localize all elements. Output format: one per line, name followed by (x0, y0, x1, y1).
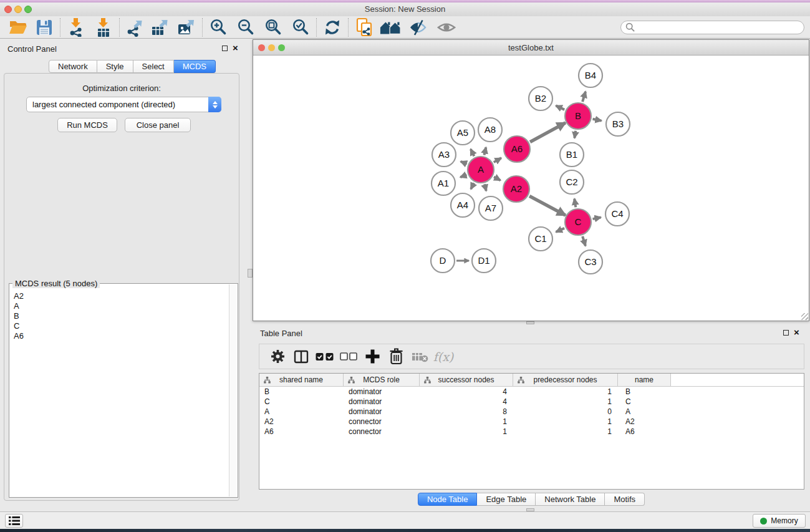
graph-edge-A-A5[interactable] (471, 149, 475, 156)
network-canvas[interactable]: B4B2BB3A5A8A6B1A3AA1C2A2A4A7C4CC1C3DD1 (253, 56, 809, 321)
import-table-button[interactable] (93, 17, 114, 37)
result-item[interactable]: A (14, 301, 229, 311)
open-session-button[interactable] (7, 17, 29, 37)
close-panel-button[interactable]: Close panel (125, 118, 191, 132)
graph-node-C4[interactable]: C4 (605, 202, 629, 226)
tab-motifs[interactable]: Motifs (605, 493, 645, 506)
graph-node-A6[interactable]: A6 (504, 136, 530, 162)
graph-node-A[interactable]: A (468, 157, 494, 183)
graph-edge-B-B3[interactable] (593, 119, 602, 121)
add-column-button[interactable] (360, 346, 384, 368)
graph-node-D1[interactable]: D1 (472, 249, 496, 273)
graph-node-A5[interactable]: A5 (451, 121, 475, 145)
criterion-dropdown[interactable]: largest connected component (directed) (26, 97, 221, 112)
column-header-successor-nodes[interactable]: successor nodes (420, 374, 513, 386)
graph-edge-A-A7[interactable] (485, 184, 486, 191)
graph-node-B[interactable]: B (565, 103, 591, 129)
deselect-all-button[interactable] (337, 346, 360, 368)
table-row[interactable]: Bdominator41B (259, 387, 804, 397)
graph-edge-A-A8[interactable] (484, 147, 486, 155)
table-row[interactable]: A2connector11A2 (259, 417, 804, 427)
graph-node-A3[interactable]: A3 (432, 143, 456, 167)
zoom-selected-button[interactable] (290, 17, 311, 37)
result-item[interactable]: A2 (14, 291, 229, 301)
graph-node-B2[interactable]: B2 (529, 87, 552, 110)
column-header-predecessor-nodes[interactable]: predecessor nodes (513, 374, 618, 386)
import-network-button[interactable] (65, 17, 87, 37)
graph-edge-A-A6[interactable] (494, 158, 501, 162)
tab-network-table[interactable]: Network Table (536, 493, 605, 506)
graph-edge-C-C3[interactable] (582, 236, 586, 246)
column-header-MCDS-role[interactable]: MCDS role (344, 374, 420, 386)
graph-node-A4[interactable]: A4 (451, 193, 475, 217)
tab-network[interactable]: Network (49, 60, 97, 73)
graph-node-B3[interactable]: B3 (606, 112, 630, 136)
graph-edge-A2-C[interactable] (529, 196, 566, 215)
graph-node-B4[interactable]: B4 (579, 64, 602, 87)
export-image-button[interactable] (176, 17, 197, 37)
graph-edge-B-B4[interactable] (582, 92, 586, 102)
graph-edge-A-A2[interactable] (494, 177, 500, 180)
table-settings-button[interactable] (266, 346, 289, 368)
zoom-in-button[interactable] (208, 17, 229, 37)
table-row[interactable]: Adominator80A (259, 407, 804, 417)
graph-edge-C-C2[interactable] (574, 199, 576, 208)
graph-node-C1[interactable]: C1 (529, 227, 552, 251)
close-panel-icon[interactable]: × (794, 329, 799, 336)
export-table-button[interactable] (150, 17, 171, 37)
duplicate-network-button[interactable] (354, 17, 375, 37)
close-panel-icon[interactable]: × (233, 45, 238, 51)
column-header-name[interactable]: name (618, 374, 671, 386)
minimize-window-button[interactable] (14, 6, 22, 13)
network-close-button[interactable] (258, 44, 265, 51)
zoom-window-button[interactable] (24, 6, 32, 13)
float-panel-icon[interactable] (783, 330, 789, 336)
show-panels-button[interactable] (436, 17, 457, 37)
graph-node-C3[interactable]: C3 (579, 250, 602, 274)
tab-node-table[interactable]: Node Table (418, 493, 478, 506)
graph-node-A7[interactable]: A7 (479, 196, 503, 220)
graph-node-C2[interactable]: C2 (560, 170, 584, 194)
float-panel-icon[interactable] (222, 46, 228, 51)
column-browser-button[interactable] (289, 346, 313, 368)
hide-panels-button[interactable] (407, 17, 428, 37)
open-recent-home-button[interactable] (380, 17, 401, 37)
task-history-button[interactable] (5, 514, 23, 528)
delete-table-button[interactable] (408, 346, 432, 368)
table-row[interactable]: Cdominator41C (259, 397, 804, 407)
search-input[interactable] (620, 21, 804, 34)
graph-node-C[interactable]: C (565, 209, 591, 235)
graph-node-D[interactable]: D (431, 249, 455, 273)
column-header-shared-name[interactable]: shared name (259, 374, 344, 386)
graph-edge-A-A3[interactable] (461, 162, 467, 164)
graph-node-B1[interactable]: B1 (560, 143, 584, 167)
graph-node-A1[interactable]: A1 (432, 172, 455, 195)
zoom-out-button[interactable] (235, 17, 256, 37)
select-all-button[interactable] (313, 346, 337, 368)
memory-button[interactable]: Memory (753, 514, 806, 528)
graph-edge-A-A4[interactable] (471, 183, 474, 189)
graph-node-A2[interactable]: A2 (503, 176, 529, 202)
graph-edge-C-C1[interactable] (556, 228, 564, 232)
result-item[interactable]: C (14, 321, 229, 331)
apply-function-button[interactable]: f(x) (432, 346, 455, 368)
graph-edge-B-B2[interactable] (556, 105, 564, 109)
result-item[interactable]: B (14, 311, 229, 321)
tab-style[interactable]: Style (97, 60, 133, 73)
close-window-button[interactable] (4, 6, 12, 13)
tab-select[interactable]: Select (133, 60, 174, 73)
tab-mcds[interactable]: MCDS (174, 60, 216, 73)
table-row[interactable]: A6connector11A6 (259, 427, 804, 437)
network-minimize-button[interactable] (268, 44, 275, 51)
graph-edge-C-C4[interactable] (593, 217, 601, 219)
result-list-scrollbar[interactable] (229, 284, 237, 496)
graph-edge-B-B1[interactable] (574, 131, 576, 138)
graph-node-A8[interactable]: A8 (478, 118, 502, 142)
refresh-button[interactable] (322, 17, 343, 37)
result-item[interactable]: A6 (14, 331, 229, 341)
graph-edge-A-A1[interactable] (460, 175, 466, 177)
run-mcds-button[interactable]: Run MCDS (57, 118, 117, 132)
save-session-button[interactable] (34, 17, 55, 37)
network-zoom-button[interactable] (278, 44, 285, 51)
tab-edge-table[interactable]: Edge Table (477, 493, 536, 506)
